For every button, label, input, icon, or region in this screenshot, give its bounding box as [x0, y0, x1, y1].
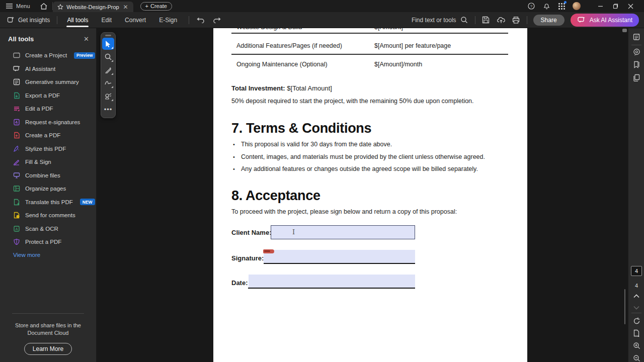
search-icon [460, 16, 469, 25]
minimize-button[interactable] [593, 0, 608, 12]
zoom-out-icon[interactable] [628, 354, 644, 362]
sidebar-item-fill-and-sign[interactable]: Fill & Sign [0, 155, 96, 169]
sidebar-item-label: Organize pages [25, 186, 66, 192]
help-icon[interactable]: ? [527, 2, 535, 10]
pricing-row-amount: $[Amount] [374, 28, 403, 31]
sidebar-item-create-a-pdf[interactable]: Create a PDF [0, 129, 96, 142]
organize-pages-icon [13, 185, 20, 192]
bullet-glyph: • [233, 154, 235, 160]
page-number-input[interactable]: 4 [631, 266, 642, 276]
create-label: Create [150, 3, 167, 9]
print-icon[interactable] [512, 16, 521, 25]
close-window-button[interactable] [623, 0, 638, 12]
date-label: Date: [231, 279, 248, 287]
tools-list: Create a Project Preview AI Assistant Ge… [0, 49, 96, 249]
view-more-link[interactable]: View more [0, 252, 96, 258]
menu-label: Menu [16, 3, 30, 9]
apps-grid-icon[interactable] [557, 2, 566, 10]
panel-drag-handle[interactable] [105, 35, 111, 36]
document-tab[interactable]: Website-Design-Proposa... ✕ [53, 2, 133, 12]
notifications-bell-icon[interactable] [542, 2, 550, 10]
pricing-row-amount: $[Amount]/month [374, 61, 422, 68]
tab-all-tools[interactable]: All tools [60, 12, 95, 28]
redo-icon[interactable] [212, 16, 221, 25]
total-investment-label: Total Investment: [231, 84, 285, 92]
sidebar-item-send-for-comments[interactable]: Send for comments [0, 209, 96, 222]
acceptance-intro: To proceed with the project, please sign… [231, 208, 457, 215]
page-total: 4 [628, 283, 644, 289]
zoom-in-icon[interactable] [628, 341, 644, 349]
acrobat-window: Menu Website-Design-Proposa... ✕ + Creat… [0, 0, 644, 362]
section-7-heading: 7. Terms & Conditions [231, 121, 371, 136]
get-insights-label: Get insights [18, 17, 50, 24]
sidebar-item-stylize-this-pdf[interactable]: Stylize this PDF [0, 142, 96, 156]
protect-pdf-icon [13, 238, 20, 245]
sidebar-item-organize-pages[interactable]: Organize pages [0, 182, 96, 196]
generative-summary-icon[interactable] [628, 33, 644, 41]
restore-button[interactable] [608, 0, 623, 12]
sidebar-item-protect-a-pdf[interactable]: Protect a PDF [0, 235, 96, 249]
sidebar-item-scan-ocr[interactable]: A Scan & OCR [0, 222, 96, 236]
tab-convert[interactable]: Convert [118, 12, 152, 28]
sidebar-item-request-e-signatures[interactable]: Request e-signatures [0, 116, 96, 129]
menu-button[interactable]: Menu [0, 0, 35, 12]
more-tools-button[interactable]: ••• [102, 103, 114, 115]
find-tool[interactable]: Find text or tools [412, 16, 469, 25]
mode-tabs: All tools Edit Convert E-Sign [60, 12, 184, 28]
next-page-chevron-icon[interactable] [628, 304, 644, 312]
bookmarks-icon[interactable] [628, 60, 644, 68]
vertical-scrollbar-thumb[interactable] [622, 29, 627, 32]
translate-pdf-icon [13, 199, 20, 206]
scroll-indicator[interactable] [624, 289, 625, 324]
main-toolbar: Get insights All tools Edit Convert E-Si… [0, 12, 644, 28]
signature-marker-tag [263, 249, 274, 253]
close-panel-icon[interactable]: ✕ [84, 35, 89, 43]
signature-field[interactable] [264, 250, 415, 263]
sidebar-item-generative-summary[interactable]: Generative summary [0, 75, 96, 89]
toolbar-divider [57, 16, 57, 24]
tab-close-icon[interactable]: ✕ [122, 4, 128, 10]
toolbar-divider [189, 16, 189, 24]
tab-esign[interactable]: E-Sign [152, 12, 184, 28]
date-field[interactable] [249, 275, 415, 288]
table-rule [231, 54, 508, 55]
get-insights-button[interactable]: Get insights [0, 16, 57, 25]
sidebar-item-export-a-pdf[interactable]: Export a PDF [0, 89, 96, 103]
send-comments-icon [13, 212, 20, 219]
select-tool-button[interactable] [102, 38, 114, 50]
rail-divider [631, 45, 641, 45]
star-icon[interactable] [57, 3, 64, 11]
sidebar-item-translate-this-pdf[interactable]: Translate this PDF NEW [0, 196, 96, 209]
sidebar-item-ai-assistant[interactable]: AI Assistant [0, 62, 96, 76]
home-button[interactable] [35, 0, 52, 12]
refresh-rotate-icon[interactable] [628, 317, 644, 325]
draw-tool-button[interactable] [102, 77, 114, 89]
sidebar-item-combine-files[interactable]: Combine files [0, 169, 96, 183]
sidebar-item-label: Generative summary [25, 79, 79, 85]
share-button[interactable]: Share [533, 15, 565, 26]
toolbar-divider [527, 16, 527, 24]
annotate-pen-tool-button[interactable] [102, 64, 114, 76]
undo-icon[interactable] [196, 16, 205, 25]
page-view-options-icon[interactable] [628, 329, 644, 337]
create-tab-button[interactable]: + Create [140, 2, 172, 11]
document-viewport[interactable]: ••• Website Design & Build $[Amount] Add… [97, 28, 628, 362]
table-rule [231, 33, 508, 34]
previous-page-chevron-icon[interactable] [628, 292, 644, 300]
tab-edit[interactable]: Edit [95, 12, 118, 28]
save-icon[interactable] [481, 16, 491, 25]
zoom-tool-button[interactable] [102, 51, 114, 63]
sidebar-item-label: Combine files [25, 172, 60, 178]
stamp-tool-button[interactable] [102, 90, 114, 102]
preview-badge: Preview [74, 52, 95, 59]
comments-icon[interactable] [628, 48, 644, 56]
upload-cloud-icon[interactable] [497, 16, 506, 25]
attachments-pages-icon[interactable] [628, 73, 644, 81]
sidebar-item-create-a-project[interactable]: Create a Project Preview [0, 49, 96, 62]
learn-more-button[interactable]: Learn More [24, 343, 72, 355]
pricing-row-item: Additional Features/Pages (if needed) [236, 42, 342, 49]
ask-ai-assistant-button[interactable]: Ask AI Assistant [571, 14, 639, 27]
user-avatar[interactable] [573, 2, 581, 10]
sidebar-item-edit-a-pdf[interactable]: Edit a PDF [0, 102, 96, 116]
terms-bullet: Content, images, and materials must be p… [241, 153, 485, 160]
